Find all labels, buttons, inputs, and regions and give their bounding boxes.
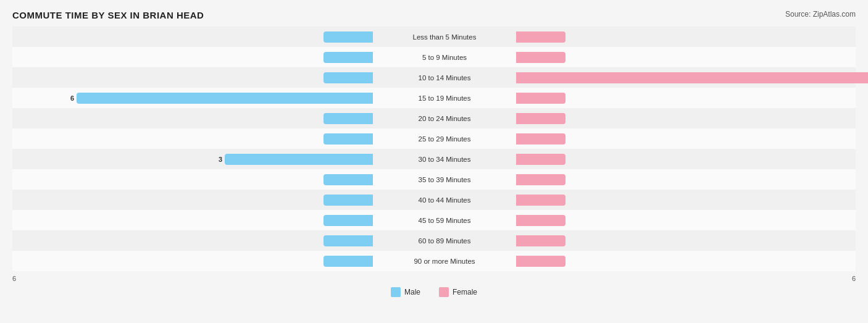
left-bar-area: 0: [12, 251, 377, 271]
left-bar-area: 0: [12, 169, 377, 190]
left-bar-area: 0: [12, 67, 377, 88]
male-bar-stub: [323, 215, 373, 226]
male-bar-stub: [323, 72, 373, 83]
table-row: 060 to 89 Minutes0: [12, 230, 856, 251]
left-bar-area: 0: [12, 108, 377, 128]
table-row: 330 to 34 Minutes0: [12, 149, 856, 169]
male-bar-stub: [323, 113, 373, 124]
row-label: 5 to 9 Minutes: [377, 54, 512, 61]
row-label: 90 or more Minutes: [377, 258, 512, 265]
right-bar-area: 0: [512, 169, 856, 190]
male-label: Male: [404, 288, 420, 296]
male-swatch: [391, 287, 401, 297]
row-label: 40 to 44 Minutes: [377, 196, 512, 204]
male-bar-stub: [323, 195, 373, 206]
row-label: 20 to 24 Minutes: [377, 115, 512, 122]
right-bar-area: 5: [512, 67, 856, 88]
table-row: 010 to 14 Minutes5: [12, 67, 856, 88]
left-bar-area: 3: [12, 149, 377, 169]
row-label: 15 to 19 Minutes: [377, 94, 512, 102]
male-bar-stub: [323, 133, 373, 145]
male-bar: [225, 154, 373, 165]
male-value: 3: [219, 156, 222, 163]
male-bar-stub: [323, 235, 373, 246]
left-bar-area: 0: [12, 47, 377, 67]
axis-bottom: 6 6: [12, 275, 856, 282]
chart-source: Source: ZipAtlas.com: [785, 10, 856, 19]
female-bar-stub: [516, 235, 565, 246]
male-bar-stub: [323, 174, 373, 185]
female-bar-stub: [516, 93, 565, 104]
female-bar-stub: [516, 52, 565, 63]
female-bar-stub: [516, 256, 565, 267]
right-bar-area: 0: [512, 251, 856, 271]
right-bar-area: 0: [512, 190, 856, 210]
chart-container: COMMUTE TIME BY SEX IN BRIAN HEAD Source…: [0, 0, 868, 323]
right-bar-area: 0: [512, 108, 856, 128]
table-row: 05 to 9 Minutes0: [12, 47, 856, 67]
female-bar-stub: [516, 154, 565, 165]
row-label: 25 to 29 Minutes: [377, 135, 512, 143]
right-bar-area: 0: [512, 88, 856, 108]
chart-title: COMMUTE TIME BY SEX IN BRIAN HEAD: [12, 10, 204, 20]
table-row: 040 to 44 Minutes0: [12, 190, 856, 210]
female-bar-stub: [516, 31, 565, 43]
chart-area: 0Less than 5 Minutes005 to 9 Minutes0010…: [12, 27, 856, 271]
table-row: 615 to 19 Minutes0: [12, 88, 856, 108]
female-swatch: [439, 287, 449, 297]
axis-left-value: 6: [12, 275, 16, 282]
female-bar-stub: [516, 174, 565, 185]
right-bar-area: 0: [512, 149, 856, 169]
row-label: 35 to 39 Minutes: [377, 176, 512, 183]
female-bar-stub: [516, 195, 565, 206]
table-row: 035 to 39 Minutes0: [12, 169, 856, 190]
row-label: 30 to 34 Minutes: [377, 156, 512, 163]
left-bar-area: 6: [12, 88, 377, 108]
row-label: 45 to 59 Minutes: [377, 217, 512, 224]
legend: Male Female: [12, 287, 856, 297]
table-row: 025 to 29 Minutes0: [12, 128, 856, 149]
table-row: 020 to 24 Minutes0: [12, 108, 856, 128]
chart-header: COMMUTE TIME BY SEX IN BRIAN HEAD Source…: [12, 10, 856, 20]
table-row: 045 to 59 Minutes0: [12, 210, 856, 230]
right-bar-area: 0: [512, 210, 856, 230]
left-bar-area: 0: [12, 128, 377, 149]
male-bar-stub: [323, 31, 373, 43]
female-bar-stub: [516, 133, 565, 145]
legend-female: Female: [439, 287, 477, 297]
left-bar-area: 0: [12, 210, 377, 230]
female-label: Female: [453, 288, 477, 296]
left-bar-area: 0: [12, 230, 377, 251]
male-bar-stub: [323, 256, 373, 267]
row-label: Less than 5 Minutes: [377, 33, 512, 41]
female-bar: [516, 72, 868, 83]
right-bar-area: 0: [512, 128, 856, 149]
row-label: 60 to 89 Minutes: [377, 237, 512, 245]
axis-right-value: 6: [852, 275, 856, 282]
table-row: 0Less than 5 Minutes0: [12, 27, 856, 47]
male-bar: [77, 93, 373, 104]
male-bar-stub: [323, 52, 373, 63]
right-bar-area: 0: [512, 230, 856, 251]
left-bar-area: 0: [12, 27, 377, 47]
legend-male: Male: [391, 287, 420, 297]
row-label: 10 to 14 Minutes: [377, 74, 512, 82]
left-bar-area: 0: [12, 190, 377, 210]
male-value: 6: [70, 94, 74, 102]
female-bar-stub: [516, 215, 565, 226]
female-bar-stub: [516, 113, 565, 124]
right-bar-area: 0: [512, 47, 856, 67]
table-row: 090 or more Minutes0: [12, 251, 856, 271]
right-bar-area: 0: [512, 27, 856, 47]
